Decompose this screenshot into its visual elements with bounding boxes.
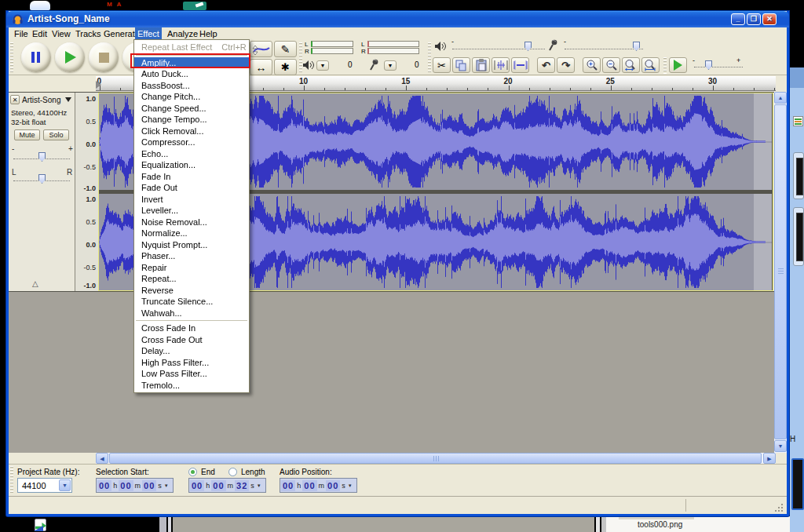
desktop-app-icon[interactable] [33,518,50,532]
multi-tool-button[interactable]: ✱ [274,59,297,75]
redo-button[interactable]: ↷ [557,57,575,73]
fit-project-button[interactable] [641,57,660,73]
end-radio[interactable] [188,468,197,476]
selection-start-time[interactable]: 00h00m00s▼ [96,478,174,493]
menu-item-fade-in[interactable]: Fade In [134,171,249,183]
time-digits-s[interactable]: 00 [142,480,156,491]
rec-meter-dropdown[interactable]: ▼ [384,60,397,71]
zoom-in-button[interactable] [583,57,601,73]
menu-tracks[interactable]: Tracks [73,27,104,40]
menu-item-noise-removal[interactable]: Noise Removal... [134,217,249,228]
menu-file[interactable]: File [12,27,31,40]
menu-item-reverse[interactable]: Reverse [134,285,249,297]
pause-button[interactable] [21,42,51,72]
menu-item-truncate-silence[interactable]: Truncate Silence... [134,296,249,308]
menu-item-delay[interactable]: Delay... [134,345,249,357]
menu-item-change-speed[interactable]: Change Speed... [134,103,249,115]
resize-grip[interactable] [775,503,784,512]
draw-tool-button[interactable]: ✎ [274,41,297,57]
track-close-button[interactable]: ✕ [10,95,20,104]
menu-help[interactable]: Help [197,27,220,40]
menu-edit[interactable]: Edit [30,27,49,40]
menu-item-change-pitch[interactable]: Change Pitch... [134,91,249,103]
envelope-tool-button[interactable] [250,41,272,57]
scroll-left-button[interactable]: ◀ [96,453,108,464]
time-digits-s[interactable]: 00 [326,480,340,491]
audio-position-time[interactable]: 00h00m00s▼ [280,478,357,493]
menu-item-repair[interactable]: Repair [134,262,249,274]
copy-button[interactable] [452,57,470,73]
transcription-grip[interactable] [663,57,667,74]
menu-item-repeat[interactable]: Repeat... [134,273,249,285]
vertical-scroll-thumb[interactable] [774,104,787,439]
time-digits-s[interactable]: 32 [235,480,249,491]
scroll-right-button[interactable]: ▶ [763,453,776,464]
menu-item-invert[interactable]: Invert [134,194,249,206]
play-at-speed-button[interactable] [669,57,687,73]
selection-toolbar-grip[interactable] [10,466,13,494]
menu-item-cross-fade-out[interactable]: Cross Fade Out [134,334,249,346]
time-format-dropdown[interactable]: ▼ [348,483,353,488]
menu-item-cross-fade-in[interactable]: Cross Fade In [134,322,249,334]
file-label[interactable]: tools000.png [638,520,682,529]
time-format-dropdown[interactable]: ▼ [257,483,261,488]
menu-analyze[interactable]: Analyze [165,27,200,40]
menu-item-leveller[interactable]: Leveller... [134,205,249,217]
menu-item-echo[interactable]: Echo... [134,148,249,160]
zoom-out-button[interactable] [602,57,620,73]
menu-item-low-pass-filter[interactable]: Low Pass Filter... [134,368,249,380]
paste-button[interactable] [472,57,490,73]
stop-button[interactable] [89,42,119,72]
track-menu-dropdown-icon[interactable] [65,97,71,102]
project-rate-combo[interactable]: 44100 ▼ [17,478,72,493]
vertical-scale-ruler[interactable]: 1.00.50.0-0.5-1.01.00.50.0-0.5-1.0 [75,93,99,291]
transport-grip[interactable] [10,42,13,74]
menu-item-repeat-last-effect[interactable]: Repeat Last EffectCtrl+R [134,42,249,53]
solo-button[interactable]: Solo [43,129,69,140]
menu-item-normalize[interactable]: Normalize... [134,228,249,239]
time-digits-m[interactable]: 00 [119,480,133,491]
gain-slider-thumb[interactable] [38,152,46,162]
play-meter-l-bar[interactable] [311,41,353,47]
menu-item-equalization[interactable]: Equalization... [134,159,249,171]
timeshift-tool-button[interactable]: ↔ [250,59,272,75]
rec-meter-l-bar[interactable] [367,41,419,47]
horizontal-scroll-thumb[interactable] [109,453,762,464]
mute-button[interactable]: Mute [14,129,40,140]
menu-item-compressor[interactable]: Compressor... [134,137,249,148]
menu-item-high-pass-filter[interactable]: High Pass Filter... [134,357,249,369]
silence-button[interactable] [511,57,529,73]
combo-dropdown-button[interactable]: ▼ [59,479,71,491]
menu-item-bassboost[interactable]: BassBoost... [134,80,249,92]
undo-button[interactable]: ↶ [537,57,555,73]
input-volume-slider[interactable] [565,49,643,49]
time-digits-h[interactable]: 00 [281,480,295,491]
horizontal-scrollbar[interactable]: ◀ ▶ [96,453,776,464]
trim-button[interactable] [492,57,510,73]
menu-view[interactable]: View [49,27,73,40]
cut-button[interactable]: ✂ [433,57,451,73]
time-digits-h[interactable]: 00 [97,480,111,491]
minimize-button[interactable]: _ [731,13,745,25]
play-meter-r-bar[interactable] [311,48,353,54]
title-bar[interactable]: Artist-Song_Name _ ❐ ✕ [6,11,789,27]
speed-slider[interactable] [694,67,743,67]
menu-item-nyquist-prompt[interactable]: Nyquist Prompt... [134,239,249,251]
play-button[interactable] [55,42,85,72]
scroll-up-button[interactable]: ▲ [774,92,787,104]
pan-slider-thumb[interactable] [38,174,46,184]
menu-item-wahwah[interactable]: Wahwah... [134,308,249,319]
mixer-grip[interactable] [428,42,431,74]
time-digits-h[interactable]: 00 [190,480,204,491]
menu-effect[interactable]: Effect [135,27,162,40]
time-digits-m[interactable]: 00 [302,480,316,491]
close-button[interactable]: ✕ [762,13,777,25]
output-volume-slider[interactable] [452,49,545,49]
menu-item-tremolo[interactable]: Tremolo... [134,380,249,392]
menu-item-change-tempo[interactable]: Change Tempo... [134,114,249,126]
vertical-scrollbar[interactable]: ▲ ▼ [774,92,787,453]
menu-item-auto-duck[interactable]: Auto Duck... [134,68,249,80]
length-radio[interactable] [228,468,237,476]
menu-item-click-removal[interactable]: Click Removal... [134,126,249,137]
selection-end-time[interactable]: 00h00m32s▼ [188,478,266,493]
